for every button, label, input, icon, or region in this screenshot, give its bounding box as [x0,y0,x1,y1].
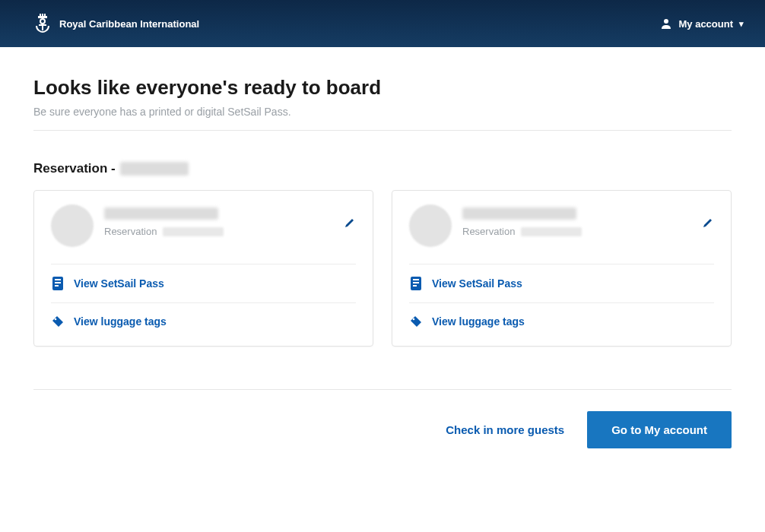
pass-icon [51,277,65,290]
guest-info: Reservation [104,204,356,237]
guest-card: Reservation View SetSail Pass [392,190,732,347]
svg-rect-11 [55,285,59,287]
guest-cards: Reservation View SetSail Pass [33,190,732,347]
svg-point-7 [664,19,668,24]
guest-info: Reservation [462,204,714,237]
view-luggage-tags-link[interactable]: View luggage tags [51,302,356,340]
my-account-label: My account [678,18,733,30]
avatar [409,204,452,247]
person-icon [660,17,672,30]
setsail-label: View SetSail Pass [432,277,522,290]
guest-card: Reservation View SetSail Pass [33,190,373,347]
svg-point-12 [55,318,57,321]
svg-rect-1 [42,14,43,16]
edit-button[interactable] [344,217,356,229]
svg-point-17 [413,318,415,321]
svg-rect-9 [55,279,61,280]
svg-rect-3 [38,16,47,18]
svg-rect-15 [413,282,419,283]
pass-icon [409,277,423,290]
page-subtitle: Be sure everyone has a printed or digita… [33,106,732,118]
pencil-icon [344,217,356,229]
divider [33,130,732,131]
brand[interactable]: Royal Caribbean International [33,14,199,33]
check-in-more-guests-link[interactable]: Check in more guests [446,423,564,436]
svg-rect-10 [55,282,61,283]
pencil-icon [702,217,714,229]
edit-button[interactable] [702,217,714,229]
view-setsail-pass-link[interactable]: View SetSail Pass [51,264,356,302]
svg-rect-5 [42,23,43,30]
setsail-label: View SetSail Pass [74,277,164,290]
page-title: Looks like everyone's ready to board [33,76,732,100]
go-to-my-account-button[interactable]: Go to My account [587,411,732,448]
svg-rect-6 [39,24,46,26]
guest-name-redacted [462,207,576,220]
brand-name: Royal Caribbean International [59,18,199,30]
chevron-down-icon: ▾ [739,19,744,29]
svg-rect-2 [44,14,46,16]
avatar [51,204,94,247]
view-luggage-tags-link[interactable]: View luggage tags [409,302,714,340]
tag-icon [409,315,423,328]
tag-icon [51,315,65,328]
reservation-prefix: Reservation - [33,161,116,176]
view-setsail-pass-link[interactable]: View SetSail Pass [409,264,714,302]
luggage-label: View luggage tags [432,315,525,328]
svg-rect-0 [40,14,41,16]
reservation-label: Reservation [462,226,515,237]
reservation-value-redacted [521,227,582,236]
reservation-label: Reservation [104,226,157,237]
anchor-crown-logo-icon [33,14,52,33]
guest-header: Reservation [51,204,356,264]
reservation-value-redacted [163,227,224,236]
reservation-heading: Reservation - [33,161,732,176]
guest-header: Reservation [409,204,714,264]
svg-rect-16 [413,285,417,287]
my-account-menu[interactable]: My account ▾ [660,17,744,30]
site-header: Royal Caribbean International My account… [0,0,765,47]
reservation-number-redacted [120,162,189,176]
guest-name-redacted [104,207,218,220]
page-content: Looks like everyone's ready to board Be … [0,47,765,448]
luggage-label: View luggage tags [74,315,167,328]
svg-rect-14 [413,279,419,280]
footer-actions: Check in more guests Go to My account [33,389,732,448]
